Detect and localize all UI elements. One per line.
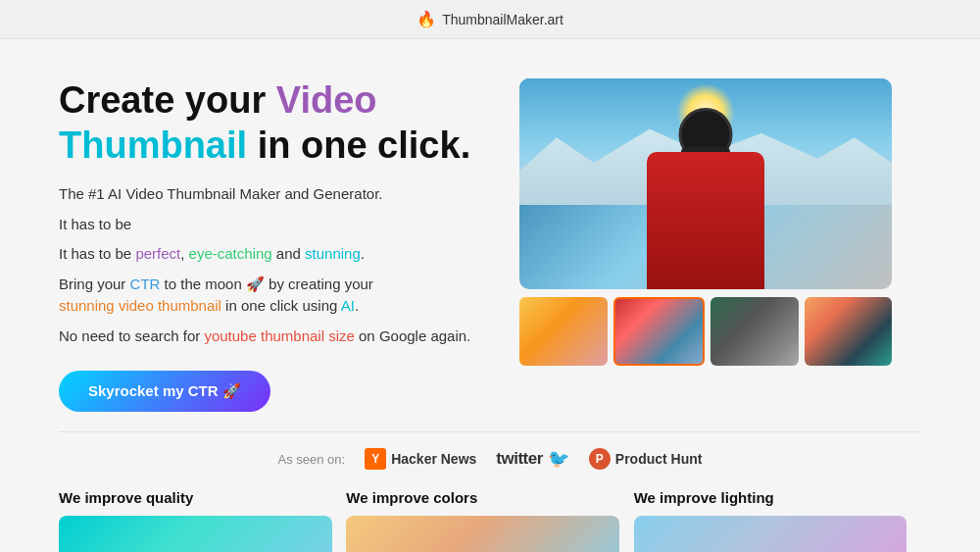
as-seen-label: As seen on: (278, 452, 346, 467)
product-hunt-icon: P (589, 448, 611, 470)
brand-name: ThumbnailMaker.art (442, 12, 564, 27)
right-panel (519, 78, 921, 366)
product-hunt-label: Product Hunt (615, 451, 703, 467)
hero-subtitle-2: It has to be (59, 214, 480, 236)
left-panel: Create your Video Thumbnail in one click… (59, 78, 480, 412)
product-hunt-brand[interactable]: P Product Hunt (589, 448, 703, 470)
ctr-section: Bring your CTR to the moon 🚀 by creating… (59, 274, 480, 318)
title-thumbnail: Thumbnail (59, 125, 247, 166)
figure-body (647, 152, 764, 289)
subtitle-text-1: The #1 AI Video Thumbnail Maker and Gene… (59, 185, 382, 202)
thumbnail-4[interactable] (805, 297, 893, 366)
quality-image-2 (346, 516, 619, 552)
flame-icon: 🔥 (416, 10, 436, 28)
and-text: and (272, 245, 305, 262)
cta-label: Skyrocket my CTR 🚀 (88, 382, 241, 400)
youtube-section: No need to search for youtube thumbnail … (59, 326, 480, 348)
no-need: No need to search for (59, 327, 204, 344)
cta-button[interactable]: Skyrocket my CTR 🚀 (59, 371, 270, 412)
main-content: Create your Video Thumbnail in one click… (0, 39, 980, 431)
hacker-news-icon: Y (365, 448, 386, 470)
to-moon: to the moon 🚀 by creating your (160, 276, 372, 292)
navbar: 🔥 ThumbnailMaker.art (0, 0, 980, 39)
twitter-label: twitter (496, 449, 543, 469)
climber-scene (519, 78, 892, 289)
perfect-text: perfect (135, 245, 180, 262)
quality-title-3: We improve lighting (634, 489, 921, 506)
thumbnail-strip (519, 297, 892, 366)
ctr-text: CTR (130, 276, 161, 292)
it-has: It has to be (59, 245, 135, 262)
quality-image-1 (59, 516, 332, 552)
quality-title-1: We improve quality (59, 489, 346, 506)
in-one-click: in one click using (221, 297, 341, 314)
thumbnail-1[interactable] (519, 297, 608, 366)
title-plain-1: Create your (59, 79, 276, 121)
period-1: . (361, 245, 365, 262)
youtube-link: youtube thumbnail size (204, 327, 354, 344)
subtitle-line1: It has to be (59, 216, 131, 232)
on-google: on Google again. (355, 327, 470, 344)
main-thumbnail (519, 78, 892, 289)
thumbnail-3[interactable] (710, 297, 799, 366)
hero-subtitle-3: It has to be perfect, eye-catching and s… (59, 243, 480, 266)
twitter-bird-icon: 🐦 (548, 448, 569, 470)
ai-text: AI (341, 297, 355, 314)
title-rest: in one click. (247, 125, 470, 166)
brand-logo[interactable]: 🔥 ThumbnailMaker.art (416, 10, 564, 28)
bring-your: Bring your (59, 276, 130, 292)
quality-title-2: We improve colors (346, 489, 633, 506)
quality-image-3 (634, 516, 907, 552)
bottom-section: We improve quality We improve colors We … (59, 489, 921, 552)
stunning-video-text: stunning video thumbnail (59, 297, 221, 314)
quality-card-1: We improve quality (59, 489, 346, 552)
as-seen-on-section: As seen on: Y Hacker News twitter 🐦 P Pr… (59, 431, 921, 489)
comma-1: , (180, 245, 188, 262)
thumbnail-2[interactable] (613, 297, 706, 366)
hacker-news-label: Hacker News (391, 451, 476, 467)
hero-subtitle-1: The #1 AI Video Thumbnail Maker and Gene… (59, 183, 480, 206)
eye-catching-text: eye-catching (189, 245, 272, 262)
quality-card-3: We improve lighting (634, 489, 921, 552)
period-2: . (355, 297, 359, 314)
quality-card-2: We improve colors (346, 489, 633, 552)
hero-title: Create your Video Thumbnail in one click… (59, 78, 480, 168)
stunning-text: stunning (305, 245, 361, 262)
title-video: Video (276, 79, 377, 121)
hacker-news-brand[interactable]: Y Hacker News (365, 448, 476, 470)
twitter-brand[interactable]: twitter 🐦 (496, 448, 569, 470)
